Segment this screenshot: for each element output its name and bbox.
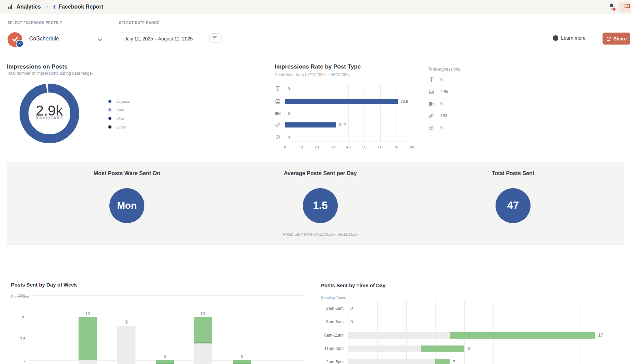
stat-circle-most-posts: Mon — [109, 188, 144, 223]
learn-more-button[interactable]: ? Learn more — [553, 35, 586, 41]
legend-item-other: Other — [108, 123, 130, 131]
x-tick-label: 80 — [410, 145, 414, 149]
time-bar-green — [450, 332, 595, 339]
profile-avatar[interactable] — [8, 32, 22, 47]
y-tick-label: 7.5 — [10, 337, 25, 341]
time-bar-value-label: 8 — [467, 346, 470, 351]
grid-line — [365, 84, 365, 142]
time-bar-green — [421, 345, 464, 352]
card-title-total-posts: Total Posts Sent — [444, 170, 582, 177]
donut-title: Impressions on Posts — [7, 63, 68, 70]
rate-chart-subtitle: Posts Sent from 07/12/2025 - 08/11/2025 — [275, 72, 350, 77]
legend-label: Other — [116, 125, 126, 129]
day-bar-value-label: 5 — [235, 354, 249, 359]
rate-value-label: 0 — [288, 135, 290, 139]
legend-label: Organic — [116, 99, 130, 104]
grid-line — [30, 295, 305, 296]
day-bar-value-label: 10 — [81, 311, 95, 316]
time-chart-plot: 001787 — [348, 301, 619, 364]
profile-select-label: SELECT FACEBOOK PROFILE — [8, 21, 62, 25]
time-category-label: 2am-5am — [313, 306, 344, 311]
donut-legend: OrganicPaidViralOther — [108, 97, 130, 131]
day-chart-title: Posts Sent by Day of Week — [11, 282, 77, 288]
link-icon — [274, 121, 281, 128]
time-chart-subtitle: Sending Times — [321, 295, 346, 300]
facebook-icon: f — [53, 4, 55, 10]
date-filter-button[interactable] — [209, 33, 222, 43]
day-bar-gray — [117, 326, 135, 364]
day-chart-plot: 410951054 — [30, 291, 305, 364]
day-bar-value-label: 9 — [120, 319, 133, 325]
link-icon — [428, 112, 435, 119]
text-icon: T — [428, 76, 435, 83]
x-tick-label: 10 — [299, 145, 303, 149]
time-bar-gray — [348, 345, 421, 352]
grid-line — [333, 84, 333, 142]
time-category-label: 11am-2pm — [313, 346, 344, 351]
time-bar-gray — [348, 359, 435, 364]
boost-icon — [274, 134, 281, 141]
stat-circle-average-posts: 1.5 — [303, 188, 338, 223]
total-impressions-table: T02.5k03830 — [428, 74, 473, 134]
time-bar-value-label: 7 — [453, 360, 455, 364]
x-tick-label: 70 — [394, 145, 398, 149]
time-bar-gray — [348, 332, 450, 339]
facebook-badge-icon — [16, 40, 24, 48]
legend-dot — [108, 100, 111, 103]
rate-value-label: 0 — [288, 87, 290, 91]
total-impressions-row: 0 — [428, 122, 473, 134]
time-category-label: 5am-8am — [313, 319, 344, 324]
total-impressions-row: T0 — [428, 74, 473, 86]
breadcrumb-analytics[interactable]: Analytics — [16, 4, 41, 10]
donut-subtitle: Total number of impressions during date … — [7, 71, 93, 76]
time-bar-green — [435, 359, 450, 364]
date-range-input[interactable]: July 12, 2025 – August 11, 2025 — [119, 33, 196, 45]
time-chart-title: Posts Sent by Time of Day — [321, 282, 385, 288]
question-icon: ? — [553, 35, 558, 41]
docs-button[interactable] — [619, 2, 631, 12]
grid-line — [30, 339, 305, 339]
day-bar-stripe — [156, 363, 174, 364]
total-impressions-row: 0 — [428, 98, 473, 110]
total-impressions-row: 2.5k — [428, 86, 473, 98]
book-icon — [624, 3, 631, 11]
rate-value-label: 31.9 — [339, 123, 346, 127]
time-category-label: 2pm-5pm — [313, 360, 344, 364]
breadcrumb-facebook-report[interactable]: Facebook Report — [58, 4, 103, 10]
video-icon — [428, 100, 435, 107]
chevron-down-icon[interactable] — [97, 37, 103, 44]
summary-caption: Posts Sent from 07/12/2025 - 08/11/2025 — [235, 232, 406, 237]
grid-line — [380, 84, 381, 142]
time-category-label: 8am-11am — [313, 333, 344, 338]
grid-line — [348, 84, 349, 142]
notifications-button[interactable] — [606, 2, 617, 12]
total-impressions-value: 383 — [440, 113, 447, 118]
grid-line — [317, 84, 317, 142]
day-bar-green — [79, 317, 97, 360]
profile-selector[interactable]: CoSchedule — [29, 36, 59, 42]
facebook-report-page: Analytics f Facebook Report SELECT FACEB… — [0, 0, 631, 364]
day-bar-stripe — [233, 363, 251, 364]
chevron-right-icon — [45, 5, 49, 9]
day-bar-green — [194, 317, 212, 343]
image-icon — [274, 98, 281, 105]
legend-label: Viral — [116, 117, 124, 121]
share-button[interactable]: Share — [603, 33, 630, 45]
x-tick-label: 0 — [284, 145, 286, 149]
rate-value-label: 70.8 — [401, 99, 408, 104]
x-tick-label: 20 — [314, 145, 319, 149]
stat-circle-total-posts: 47 — [496, 188, 531, 223]
share-icon — [606, 36, 611, 41]
date-range-label: SELECT DATE RANGE — [119, 21, 159, 25]
day-bar-stripe — [194, 342, 212, 343]
grid-line — [396, 84, 396, 142]
time-bar-value-label: 0 — [350, 319, 353, 324]
video-icon — [274, 110, 281, 117]
card-title-average-posts: Average Posts Sent per Day — [252, 170, 389, 177]
day-bar-gray — [194, 343, 212, 364]
card-title-most-posts: Most Posts Were Sent On — [58, 170, 195, 177]
legend-dot — [108, 108, 111, 111]
image-icon — [428, 88, 435, 95]
rate-bar — [285, 99, 398, 104]
rate-chart-title: Impressions Rate by Post Type — [275, 63, 361, 70]
